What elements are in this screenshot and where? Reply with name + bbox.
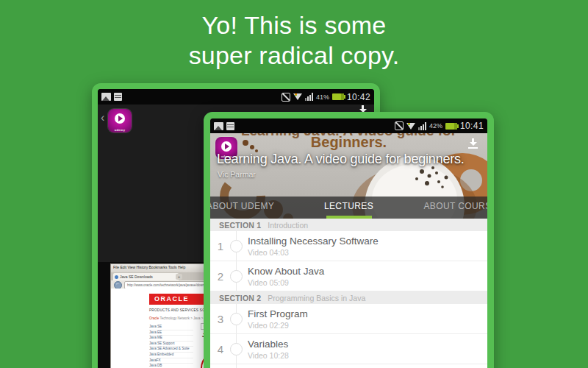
- lecture-title: First Program: [248, 308, 308, 319]
- lecture-title: Know About Java: [248, 266, 324, 277]
- lecture-status-circle: [230, 313, 243, 325]
- gallery-notification-icon: [214, 122, 223, 130]
- headline: Yo! This is some super radical copy.: [0, 10, 588, 71]
- nfc-off-icon: [282, 93, 290, 102]
- lecture-row-1[interactable]: 1 Installing Necessary Software Video 04…: [210, 231, 487, 261]
- play-triangle-icon: [225, 144, 229, 149]
- nfc-off-icon: [395, 121, 404, 130]
- battery-percent: 41%: [316, 93, 329, 101]
- tab-about-course[interactable]: ABOUT COURSE: [423, 197, 487, 216]
- udemy-app-icon[interactable]: udemy: [108, 109, 132, 132]
- battery-icon: [445, 123, 457, 130]
- lecture-row-5[interactable]: 5 DataTypes Video 06:00: [210, 364, 487, 368]
- marketing-screenshot: Yo! This is some super radical copy. 41%…: [0, 0, 588, 368]
- browser-tab: Java SE Downloads: [113, 273, 179, 280]
- lecture-status-circle: [230, 240, 243, 252]
- lectures-list: SECTION 1 Introduction 1 Installing Nece…: [210, 219, 487, 368]
- lecture-meta: Video 10:28: [248, 351, 289, 360]
- wifi-icon: [406, 123, 415, 130]
- app-notification-icon: [114, 93, 122, 101]
- signal-strength-icon: [418, 122, 426, 130]
- new-tab-button: +: [176, 274, 182, 280]
- signal-strength-icon: [305, 93, 313, 101]
- course-banner: Learning Java! A video guide for Beginne…: [210, 133, 487, 219]
- lecture-row-4[interactable]: 4 Variables Video 10:28: [210, 334, 487, 364]
- wifi-icon: [293, 93, 302, 100]
- download-icon[interactable]: [468, 138, 478, 149]
- clock: 10:42: [347, 92, 370, 102]
- front-status-bar: 42% 10:41: [210, 118, 487, 133]
- clock: 10:41: [460, 121, 484, 131]
- app-notification-icon: [226, 122, 234, 130]
- lecture-row-3[interactable]: 3 First Program Video 02:29: [210, 304, 487, 334]
- battery-percent: 42%: [429, 122, 442, 130]
- lecture-meta: Video 04:03: [248, 248, 379, 257]
- front-phone-screenshot: 42% 10:41 Learning Java! A video guide f…: [204, 112, 494, 368]
- timeline-line: [236, 364, 237, 368]
- active-tab-underline: [326, 216, 372, 219]
- lecture-meta: Video 05:09: [248, 278, 324, 287]
- tab-bar: ABOUT UDEMY LECTURES ABOUT COURSE: [210, 197, 487, 219]
- instructor-name: Vic Parmar: [218, 170, 256, 179]
- headline-line2: super radical copy.: [0, 40, 588, 71]
- tab-lectures[interactable]: LECTURES: [324, 197, 373, 216]
- play-triangle-icon: [118, 116, 123, 121]
- back-chevron-icon[interactable]: ‹: [101, 112, 104, 124]
- oracle-sidebar-links: Java SEJava EEJava MEJava SE SupportJava…: [149, 325, 193, 368]
- lecture-title: Installing Necessary Software: [248, 236, 379, 247]
- tab-about-udemy[interactable]: ABOUT UDEMY: [210, 197, 274, 216]
- lecture-row-2[interactable]: 2 Know About Java Video 05:09: [210, 261, 487, 291]
- section-header-1: SECTION 1 Introduction: [210, 219, 487, 231]
- lecture-status-circle: [230, 270, 243, 283]
- gallery-notification-icon: [101, 93, 111, 101]
- lecture-meta: Video 02:29: [248, 321, 308, 330]
- course-title: Learning Java. A video guide for beginne…: [217, 152, 465, 167]
- lecture-title: Variables: [248, 339, 289, 350]
- lecture-status-circle: [230, 343, 243, 355]
- back-status-bar: 41% 10:42: [98, 89, 374, 105]
- headline-line1: Yo! This is some: [0, 10, 588, 40]
- section-header-2: SECTION 2 Programming Basics in Java: [210, 291, 487, 304]
- battery-icon: [332, 93, 344, 100]
